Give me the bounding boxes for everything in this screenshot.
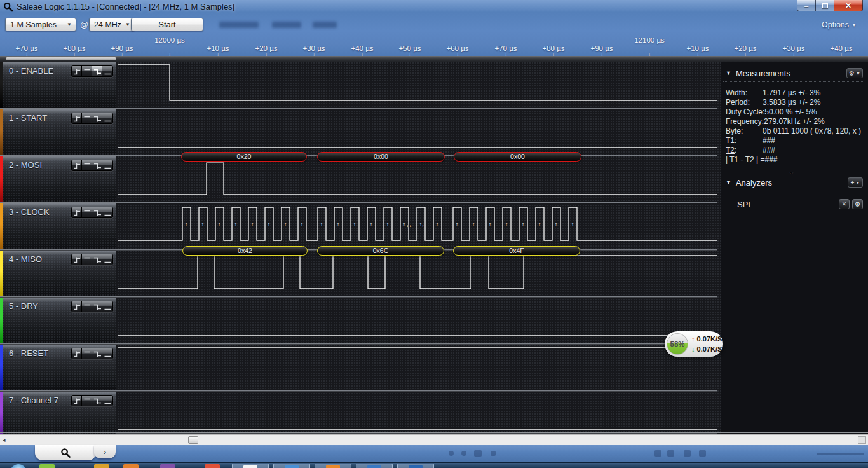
scroll-right-box[interactable] — [858, 436, 866, 444]
start-button[interactable]: Start — [131, 18, 203, 31]
trigger-rising-edge-button[interactable] — [72, 160, 82, 170]
trigger-rising-edge-button[interactable] — [72, 348, 82, 359]
close-button[interactable]: ✕ — [834, 0, 863, 11]
taskbar-item[interactable] — [39, 464, 55, 468]
high-level-icon — [83, 67, 92, 76]
falling-edge-icon — [93, 208, 102, 217]
spi-mosi-byte: 0x20 — [181, 152, 307, 162]
analyzer-settings-button[interactable]: ⚙ — [852, 199, 863, 209]
trigger-falling-edge-button[interactable] — [92, 348, 102, 359]
background-bleed — [313, 22, 337, 28]
trigger-falling-edge-button[interactable] — [92, 301, 102, 312]
trigger-falling-edge-button[interactable] — [92, 207, 102, 217]
trigger-button-group — [71, 301, 113, 312]
upload-arrow-icon: ↑ — [691, 335, 695, 343]
trigger-falling-edge-button[interactable] — [92, 160, 102, 170]
zoom-search-tab[interactable] — [35, 445, 96, 460]
taskbar-app-button[interactable] — [397, 464, 434, 468]
trigger-button-group — [71, 254, 113, 265]
channel-row: 2 - MOSI — [0, 156, 116, 202]
taskbar-app-button[interactable] — [273, 464, 310, 468]
measurements-settings-button[interactable]: ⚙ ▼ — [846, 68, 863, 78]
analyzer-item[interactable]: SPI✕⚙ — [737, 198, 863, 210]
measurement-row: T1:### — [721, 135, 868, 145]
panel-splitter-notch[interactable]: ⌄ — [788, 166, 795, 176]
taskbar-app-button[interactable] — [232, 464, 269, 468]
maximize-button[interactable] — [816, 0, 834, 11]
trigger-falling-edge-button[interactable] — [92, 66, 102, 76]
start-orb[interactable] — [10, 464, 27, 468]
waveform-viewport[interactable]: ↑↑↑↑↑↑↑↑↑↑↑↑↑↑↑↑↑↑↑↑↑↑↑↑0x200x000x000x42… — [118, 62, 717, 434]
channel-row: 4 - MISO — [0, 251, 116, 296]
expand-tab-button[interactable]: › — [94, 445, 116, 458]
chevron-down-icon: ▼ — [67, 22, 72, 27]
trigger-low-level-button[interactable] — [102, 160, 112, 170]
measurement-row: Frequency:279.07kHz +/- 2% — [721, 116, 868, 126]
background-bleed — [699, 450, 706, 457]
taskbar-item[interactable] — [205, 464, 220, 468]
trigger-rising-edge-button[interactable] — [72, 254, 82, 265]
low-level-icon — [103, 255, 112, 265]
falling-edge-icon — [93, 114, 102, 123]
trigger-low-level-button[interactable] — [102, 396, 112, 406]
trigger-high-level-button[interactable] — [82, 301, 92, 312]
trigger-high-level-button[interactable] — [82, 66, 92, 76]
titlebar[interactable]: Saleae Logic 1.1.15 - [Connected] - [24 … — [0, 0, 868, 14]
samples-dropdown[interactable]: 1 M Samples ▼ — [5, 18, 76, 31]
trigger-falling-edge-button[interactable] — [92, 396, 102, 406]
taskbar-app-button[interactable] — [356, 464, 393, 468]
clock-edge-arrow-icon: ↑ — [201, 221, 205, 228]
trigger-falling-edge-button[interactable] — [92, 254, 102, 265]
trigger-high-level-button[interactable] — [82, 160, 92, 170]
clock-edge-arrow-icon: ↑ — [571, 221, 574, 228]
trigger-rising-edge-button[interactable] — [72, 207, 82, 217]
trigger-low-level-button[interactable] — [102, 348, 112, 359]
taskbar-app-button[interactable] — [315, 464, 351, 468]
pan-scrollbar-top[interactable] — [0, 56, 868, 62]
trigger-rising-edge-button[interactable] — [72, 301, 82, 312]
trigger-rising-edge-button[interactable] — [72, 396, 82, 406]
trigger-high-level-button[interactable] — [82, 254, 92, 265]
taskbar-item[interactable] — [94, 464, 109, 468]
trigger-high-level-button[interactable] — [82, 396, 92, 406]
trigger-low-level-button[interactable] — [102, 113, 112, 123]
taskbar-app-icon — [243, 465, 257, 468]
options-menu[interactable]: Options ▼ — [822, 20, 857, 29]
horizontal-scrollbar-thumb[interactable] — [188, 436, 198, 444]
background-bleed — [654, 450, 661, 457]
add-analyzer-button[interactable]: + ▼ — [848, 177, 863, 188]
background-bleed — [491, 451, 496, 456]
time-ruler[interactable]: +70 µs↓+80 µs↓+90 µs↓12000 µs↓+10 µs↓+20… — [0, 36, 868, 56]
measurement-value: 3.5833 µs +/- 2% — [763, 98, 820, 107]
trigger-low-level-button[interactable] — [102, 254, 112, 265]
taskbar-item[interactable] — [123, 464, 139, 468]
trigger-falling-edge-button[interactable] — [92, 113, 102, 123]
options-label: Options — [822, 20, 849, 29]
background-bleed — [272, 22, 301, 28]
trigger-high-level-button[interactable] — [82, 348, 92, 359]
trigger-rising-edge-button[interactable] — [72, 113, 82, 123]
measurements-header[interactable]: ▼ Measurements ⚙ ▼ — [726, 67, 863, 79]
collapse-arrow-icon[interactable]: ▼ — [726, 70, 731, 76]
trigger-high-level-button[interactable] — [82, 113, 92, 123]
trigger-low-level-button[interactable] — [102, 301, 112, 312]
scroll-left-arrow-icon[interactable]: ◂ — [3, 437, 6, 443]
trigger-low-level-button[interactable] — [102, 207, 112, 217]
measurement-row: Period:3.5833 µs +/- 2% — [721, 97, 868, 107]
collapse-arrow-icon[interactable]: ▼ — [726, 179, 731, 186]
pan-scrollbar-thumb[interactable] — [6, 57, 116, 60]
trigger-button-group — [71, 348, 113, 359]
taskbar-item[interactable] — [160, 464, 175, 468]
horizontal-scrollbar[interactable]: ◂ — [0, 434, 868, 445]
sample-rate-dropdown[interactable]: 24 MHz ▼ — [89, 18, 135, 31]
minimize-button[interactable]: – — [797, 0, 816, 11]
trigger-rising-edge-button[interactable] — [72, 66, 82, 76]
trigger-high-level-button[interactable] — [82, 207, 92, 217]
clock-edge-arrow-icon: ↑ — [301, 221, 304, 228]
measurement-row: | T1 - T2 | =### — [721, 155, 868, 164]
remove-analyzer-button[interactable]: ✕ — [839, 199, 850, 209]
analyzers-header[interactable]: ▼ Analyzers + ▼ — [726, 176, 863, 189]
falling-edge-icon — [93, 67, 102, 76]
falling-edge-icon — [93, 302, 102, 312]
trigger-low-level-button[interactable] — [102, 66, 112, 76]
